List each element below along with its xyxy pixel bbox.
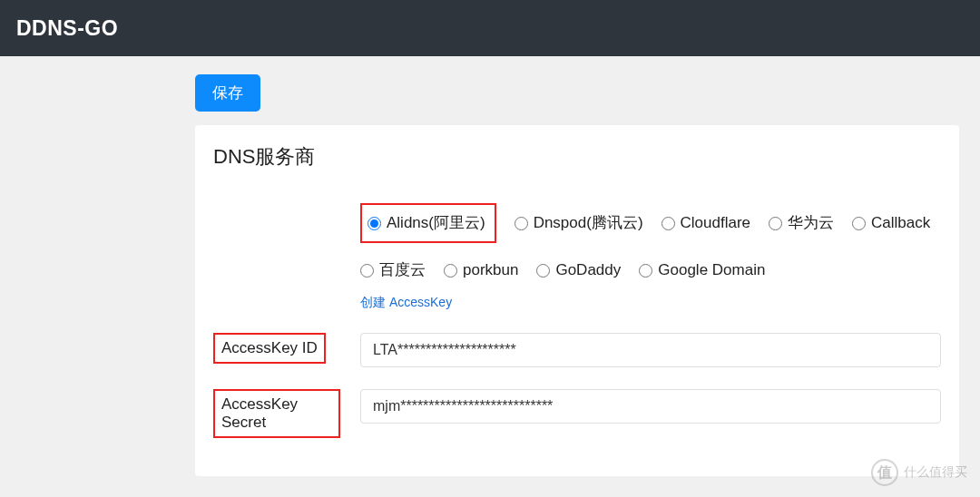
provider-radio-label-1: Dnspod(腾讯云) xyxy=(534,209,643,238)
provider-radio-label-0: Alidns(阿里云) xyxy=(387,209,485,238)
provider-radio-input-8[interactable] xyxy=(639,264,652,278)
provider-radio-input-2[interactable] xyxy=(662,217,675,230)
provider-radio-input-6[interactable] xyxy=(444,264,457,278)
provider-radio-label-7: GoDaddy xyxy=(555,256,621,285)
provider-field-col: Alidns(阿里云)Dnspod(腾讯云)Cloudflare华为云Callb… xyxy=(340,207,941,311)
provider-row: Alidns(阿里云)Dnspod(腾讯云)Cloudflare华为云Callb… xyxy=(213,207,941,311)
access-key-id-label: AccessKey ID xyxy=(213,333,326,364)
save-button[interactable]: 保存 xyxy=(195,74,260,112)
provider-radio-7[interactable]: GoDaddy xyxy=(536,256,621,285)
provider-radio-4[interactable]: Callback xyxy=(852,207,930,239)
provider-radio-group: Alidns(阿里云)Dnspod(腾讯云)Cloudflare华为云Callb… xyxy=(360,207,941,286)
access-key-id-row: AccessKey ID xyxy=(213,333,941,367)
card-title: DNS服务商 xyxy=(213,143,941,171)
provider-radio-input-7[interactable] xyxy=(536,264,550,278)
provider-radio-input-5[interactable] xyxy=(360,264,374,278)
provider-radio-2[interactable]: Cloudflare xyxy=(662,207,751,239)
provider-radio-label-4: Callback xyxy=(871,209,930,238)
watermark-text: 什么值得买 xyxy=(904,464,967,481)
provider-radio-8[interactable]: Google Domain xyxy=(639,256,765,285)
access-key-id-field-col xyxy=(340,333,941,367)
watermark: 值 什么值得买 xyxy=(871,459,967,486)
access-key-secret-field-col xyxy=(340,389,941,424)
provider-radio-label-2: Cloudflare xyxy=(681,209,751,238)
access-key-secret-row: AccessKey Secret xyxy=(213,389,941,438)
create-accesskey-link[interactable]: 创建 AccessKey xyxy=(360,295,452,311)
provider-radio-input-4[interactable] xyxy=(852,217,866,230)
provider-radio-input-0[interactable] xyxy=(368,217,381,230)
provider-radio-input-3[interactable] xyxy=(769,217,782,230)
provider-radio-label-8: Google Domain xyxy=(658,256,765,285)
provider-radio-6[interactable]: porkbun xyxy=(444,256,518,285)
access-key-id-label-col: AccessKey ID xyxy=(213,333,340,364)
provider-radio-label-6: porkbun xyxy=(463,256,518,285)
app-title: DDNS-GO xyxy=(16,16,118,41)
access-key-secret-label: AccessKey Secret xyxy=(213,389,340,438)
provider-radio-input-1[interactable] xyxy=(514,217,528,230)
dns-provider-card: DNS服务商 Alidns(阿里云)Dnspod(腾讯云)Cloudflare华… xyxy=(195,125,959,476)
provider-radio-label-3: 华为云 xyxy=(788,209,834,238)
access-key-id-input[interactable] xyxy=(360,333,941,367)
provider-radio-3[interactable]: 华为云 xyxy=(769,207,834,239)
access-key-secret-label-col: AccessKey Secret xyxy=(213,389,340,438)
content-wrap: 保存 DNS服务商 Alidns(阿里云)Dnspod(腾讯云)Cloudfla… xyxy=(0,56,980,476)
provider-radio-5[interactable]: 百度云 xyxy=(360,256,426,285)
provider-radio-0[interactable]: Alidns(阿里云) xyxy=(360,203,496,243)
app-header: DDNS-GO xyxy=(0,0,980,56)
watermark-icon: 值 xyxy=(871,459,898,486)
provider-radio-1[interactable]: Dnspod(腾讯云) xyxy=(514,207,643,239)
provider-radio-label-5: 百度云 xyxy=(379,256,426,285)
access-key-secret-input[interactable] xyxy=(360,389,941,424)
